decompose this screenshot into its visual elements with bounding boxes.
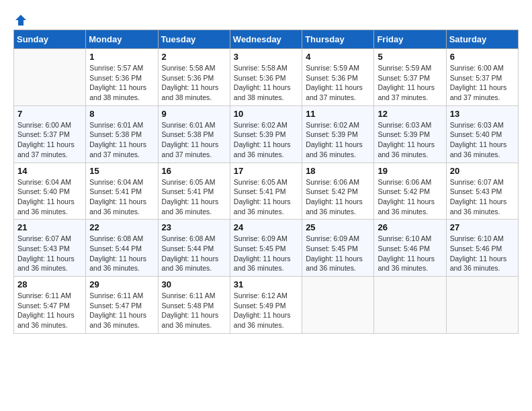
calendar-cell: 11Sunrise: 6:02 AM Sunset: 5:39 PM Dayli… bbox=[302, 105, 374, 163]
calendar-cell: 18Sunrise: 6:06 AM Sunset: 5:42 PM Dayli… bbox=[302, 163, 374, 220]
calendar-cell: 20Sunrise: 6:07 AM Sunset: 5:43 PM Dayli… bbox=[446, 163, 518, 220]
calendar-cell: 27Sunrise: 6:10 AM Sunset: 5:46 PM Dayli… bbox=[446, 220, 518, 277]
calendar-cell: 5Sunrise: 5:59 AM Sunset: 5:37 PM Daylig… bbox=[374, 49, 446, 106]
cell-info: Sunrise: 6:01 AM Sunset: 5:38 PM Dayligh… bbox=[89, 120, 154, 160]
calendar-cell: 9Sunrise: 6:01 AM Sunset: 5:38 PM Daylig… bbox=[158, 105, 230, 163]
day-number: 14 bbox=[17, 166, 82, 176]
calendar-cell: 25Sunrise: 6:09 AM Sunset: 5:45 PM Dayli… bbox=[302, 220, 374, 277]
col-header-tuesday: Tuesday bbox=[158, 30, 230, 49]
cell-info: Sunrise: 6:12 AM Sunset: 5:49 PM Dayligh… bbox=[234, 291, 298, 330]
cell-info: Sunrise: 5:58 AM Sunset: 5:36 PM Dayligh… bbox=[162, 63, 226, 103]
calendar-cell: 16Sunrise: 6:05 AM Sunset: 5:41 PM Dayli… bbox=[158, 163, 230, 220]
day-number: 28 bbox=[17, 279, 82, 289]
day-number: 4 bbox=[306, 52, 370, 62]
day-number: 16 bbox=[162, 166, 226, 176]
day-number: 31 bbox=[234, 279, 298, 289]
week-row-2: 7Sunrise: 6:00 AM Sunset: 5:37 PM Daylig… bbox=[14, 105, 519, 163]
day-number: 6 bbox=[450, 52, 515, 62]
day-number: 1 bbox=[89, 52, 154, 62]
cell-info: Sunrise: 6:07 AM Sunset: 5:43 PM Dayligh… bbox=[17, 234, 82, 273]
calendar-cell: 14Sunrise: 6:04 AM Sunset: 5:40 PM Dayli… bbox=[14, 163, 86, 220]
day-number: 25 bbox=[306, 222, 370, 232]
calendar-cell: 1Sunrise: 5:57 AM Sunset: 5:36 PM Daylig… bbox=[86, 49, 158, 106]
col-header-wednesday: Wednesday bbox=[230, 30, 302, 49]
cell-info: Sunrise: 5:59 AM Sunset: 5:36 PM Dayligh… bbox=[306, 63, 370, 103]
calendar-cell: 8Sunrise: 6:01 AM Sunset: 5:38 PM Daylig… bbox=[86, 105, 158, 163]
day-number: 9 bbox=[162, 109, 226, 119]
cell-info: Sunrise: 5:59 AM Sunset: 5:37 PM Dayligh… bbox=[378, 63, 442, 103]
day-number: 23 bbox=[162, 222, 226, 232]
day-number: 12 bbox=[378, 109, 442, 119]
cell-info: Sunrise: 6:04 AM Sunset: 5:40 PM Dayligh… bbox=[17, 177, 82, 217]
week-row-3: 14Sunrise: 6:04 AM Sunset: 5:40 PM Dayli… bbox=[14, 163, 519, 220]
cell-info: Sunrise: 6:11 AM Sunset: 5:47 PM Dayligh… bbox=[17, 291, 82, 330]
day-number: 18 bbox=[306, 166, 370, 176]
col-header-friday: Friday bbox=[374, 30, 446, 49]
cell-info: Sunrise: 6:06 AM Sunset: 5:42 PM Dayligh… bbox=[378, 177, 442, 217]
day-number: 26 bbox=[378, 222, 442, 232]
day-number: 8 bbox=[89, 109, 154, 119]
calendar-cell: 12Sunrise: 6:03 AM Sunset: 5:39 PM Dayli… bbox=[374, 105, 446, 163]
day-number: 21 bbox=[17, 222, 82, 232]
day-number: 11 bbox=[306, 109, 370, 119]
day-number: 2 bbox=[162, 52, 226, 62]
svg-marker-0 bbox=[15, 15, 26, 26]
week-row-5: 28Sunrise: 6:11 AM Sunset: 5:47 PM Dayli… bbox=[14, 277, 519, 334]
day-number: 30 bbox=[162, 279, 226, 289]
calendar-cell: 28Sunrise: 6:11 AM Sunset: 5:47 PM Dayli… bbox=[14, 277, 86, 334]
calendar-cell: 15Sunrise: 6:04 AM Sunset: 5:41 PM Dayli… bbox=[86, 163, 158, 220]
day-number: 27 bbox=[450, 222, 515, 232]
cell-info: Sunrise: 6:10 AM Sunset: 5:46 PM Dayligh… bbox=[378, 234, 442, 273]
cell-info: Sunrise: 6:06 AM Sunset: 5:42 PM Dayligh… bbox=[306, 177, 370, 217]
cell-info: Sunrise: 6:03 AM Sunset: 5:40 PM Dayligh… bbox=[450, 120, 515, 160]
week-row-1: 1Sunrise: 5:57 AM Sunset: 5:36 PM Daylig… bbox=[14, 49, 519, 106]
day-number: 17 bbox=[234, 166, 298, 176]
calendar-cell: 17Sunrise: 6:05 AM Sunset: 5:41 PM Dayli… bbox=[230, 163, 302, 220]
calendar-cell bbox=[14, 49, 86, 106]
calendar-cell: 13Sunrise: 6:03 AM Sunset: 5:40 PM Dayli… bbox=[446, 105, 518, 163]
calendar-cell: 6Sunrise: 6:00 AM Sunset: 5:37 PM Daylig… bbox=[446, 49, 518, 106]
logo-icon bbox=[14, 13, 28, 27]
cell-info: Sunrise: 6:02 AM Sunset: 5:39 PM Dayligh… bbox=[234, 120, 298, 160]
calendar-cell: 2Sunrise: 5:58 AM Sunset: 5:36 PM Daylig… bbox=[158, 49, 230, 106]
day-number: 3 bbox=[234, 52, 298, 62]
cell-info: Sunrise: 6:11 AM Sunset: 5:48 PM Dayligh… bbox=[162, 291, 226, 330]
cell-info: Sunrise: 6:08 AM Sunset: 5:44 PM Dayligh… bbox=[89, 234, 154, 273]
day-number: 24 bbox=[234, 222, 298, 232]
cell-info: Sunrise: 6:09 AM Sunset: 5:45 PM Dayligh… bbox=[306, 234, 370, 273]
cell-info: Sunrise: 6:07 AM Sunset: 5:43 PM Dayligh… bbox=[450, 177, 515, 217]
calendar-cell: 23Sunrise: 6:08 AM Sunset: 5:44 PM Dayli… bbox=[158, 220, 230, 277]
col-header-monday: Monday bbox=[86, 30, 158, 49]
col-header-thursday: Thursday bbox=[302, 30, 374, 49]
calendar-table: SundayMondayTuesdayWednesdayThursdayFrid… bbox=[13, 30, 519, 334]
cell-info: Sunrise: 5:58 AM Sunset: 5:36 PM Dayligh… bbox=[234, 63, 298, 103]
cell-info: Sunrise: 6:00 AM Sunset: 5:37 PM Dayligh… bbox=[17, 120, 82, 160]
calendar-cell: 3Sunrise: 5:58 AM Sunset: 5:36 PM Daylig… bbox=[230, 49, 302, 106]
calendar-cell: 31Sunrise: 6:12 AM Sunset: 5:49 PM Dayli… bbox=[230, 277, 302, 334]
cell-info: Sunrise: 6:05 AM Sunset: 5:41 PM Dayligh… bbox=[162, 177, 226, 217]
calendar-cell: 19Sunrise: 6:06 AM Sunset: 5:42 PM Dayli… bbox=[374, 163, 446, 220]
calendar-cell bbox=[374, 277, 446, 334]
cell-info: Sunrise: 6:11 AM Sunset: 5:47 PM Dayligh… bbox=[89, 291, 154, 330]
header bbox=[13, 13, 519, 23]
calendar-cell: 29Sunrise: 6:11 AM Sunset: 5:47 PM Dayli… bbox=[86, 277, 158, 334]
calendar-cell: 24Sunrise: 6:09 AM Sunset: 5:45 PM Dayli… bbox=[230, 220, 302, 277]
day-number: 5 bbox=[378, 52, 442, 62]
cell-info: Sunrise: 6:02 AM Sunset: 5:39 PM Dayligh… bbox=[306, 120, 370, 160]
day-number: 19 bbox=[378, 166, 442, 176]
calendar-cell: 10Sunrise: 6:02 AM Sunset: 5:39 PM Dayli… bbox=[230, 105, 302, 163]
cell-info: Sunrise: 6:05 AM Sunset: 5:41 PM Dayligh… bbox=[234, 177, 298, 217]
calendar-cell: 4Sunrise: 5:59 AM Sunset: 5:36 PM Daylig… bbox=[302, 49, 374, 106]
calendar-cell: 30Sunrise: 6:11 AM Sunset: 5:48 PM Dayli… bbox=[158, 277, 230, 334]
day-number: 22 bbox=[89, 222, 154, 232]
calendar-cell: 22Sunrise: 6:08 AM Sunset: 5:44 PM Dayli… bbox=[86, 220, 158, 277]
day-number: 29 bbox=[89, 279, 154, 289]
col-header-sunday: Sunday bbox=[14, 30, 86, 49]
header-row: SundayMondayTuesdayWednesdayThursdayFrid… bbox=[14, 30, 519, 49]
day-number: 13 bbox=[450, 109, 515, 119]
calendar-cell bbox=[302, 277, 374, 334]
cell-info: Sunrise: 6:01 AM Sunset: 5:38 PM Dayligh… bbox=[162, 120, 226, 160]
cell-info: Sunrise: 6:03 AM Sunset: 5:39 PM Dayligh… bbox=[378, 120, 442, 160]
logo bbox=[13, 13, 28, 23]
col-header-saturday: Saturday bbox=[446, 30, 518, 49]
